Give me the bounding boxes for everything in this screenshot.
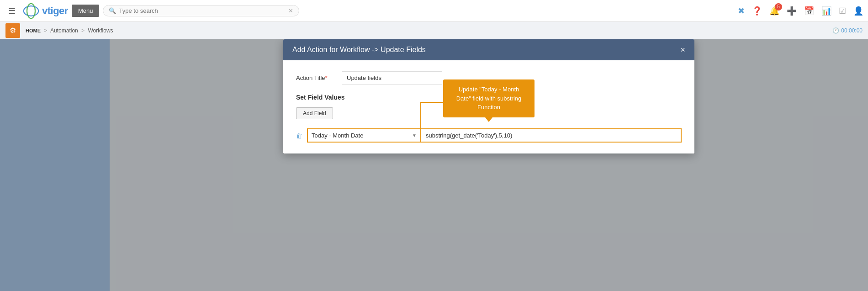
svg-point-0 (24, 6, 38, 16)
menu-button[interactable]: Menu (72, 5, 100, 17)
breadcrumb-home[interactable]: HOME (26, 28, 41, 33)
gear-icon: ⚙ (5, 23, 20, 38)
help-icon[interactable]: ❓ (752, 6, 762, 16)
breadcrumb-automation[interactable]: Automation (50, 27, 78, 34)
modal-body: Action Title* Update "Today - Month Date… (283, 60, 694, 153)
add-icon[interactable]: ➕ (787, 6, 797, 16)
field-row: 🗑 Today - Month Date ▼ (296, 128, 682, 143)
breadcrumb: HOME > Automation > Workflows (26, 27, 113, 34)
user-icon[interactable]: 👤 (853, 6, 863, 16)
search-bar: 🔍 ✕ (103, 5, 299, 16)
search-clear-icon[interactable]: ✕ (288, 7, 293, 14)
main-layout: Add Action for Workflow -> Update Fields… (0, 39, 868, 291)
hamburger-button[interactable]: ☰ (5, 4, 19, 18)
search-input[interactable] (119, 7, 288, 14)
field-select[interactable]: Today - Month Date (308, 129, 408, 142)
modal-overlay: Add Action for Workflow -> Update Fields… (110, 39, 868, 291)
notification-badge: 5 (775, 3, 782, 11)
tooltip-text: Update "Today - Month Date" field with s… (456, 86, 522, 111)
logo-text: vtiger (42, 5, 68, 17)
action-title-label-text: Action Title (296, 74, 325, 81)
chart-icon[interactable]: 📊 (821, 6, 831, 16)
breadcrumb-bar: ⚙ HOME > Automation > Workflows 🕐 00:00:… (0, 22, 868, 39)
field-row-container: 🗑 Today - Month Date ▼ (296, 128, 682, 143)
breadcrumb-sep2: > (81, 27, 85, 34)
nav-icons: ✖ ❓ 🔔 5 ➕ 📅 📊 ☑ 👤 (738, 6, 863, 16)
select-arrow-icon: ▼ (408, 133, 420, 138)
content-area: Add Action for Workflow -> Update Fields… (110, 39, 868, 291)
connector-vertical (420, 102, 421, 129)
calendar-icon[interactable]: 📅 (804, 6, 814, 16)
integration-icon[interactable]: ✖ (738, 6, 745, 16)
action-title-label: Action Title* (296, 74, 342, 81)
modal-title: Add Action for Workflow -> Update Fields (292, 46, 426, 54)
action-title-input[interactable] (342, 71, 442, 85)
tooltip-box: Update "Today - Month Date" field with s… (443, 79, 535, 117)
logo-area: vtiger (23, 3, 68, 19)
breadcrumb-current[interactable]: Workflows (88, 27, 113, 34)
tasks-icon[interactable]: ☑ (839, 6, 846, 16)
notification-icon[interactable]: 🔔 5 (769, 6, 779, 16)
modal: Add Action for Workflow -> Update Fields… (283, 39, 694, 153)
search-icon: 🔍 (109, 7, 116, 14)
clock-icon: 🕐 (832, 27, 839, 34)
top-nav: ☰ vtiger Menu 🔍 ✕ ✖ ❓ 🔔 5 ➕ 📅 📊 ☑ 👤 (0, 0, 868, 22)
timer-value: 00:00:00 (841, 27, 863, 34)
sidebar (0, 39, 110, 291)
delete-field-icon[interactable]: 🗑 (296, 132, 302, 139)
modal-close-button[interactable]: × (680, 46, 685, 54)
timer-area: 🕐 00:00:00 (832, 27, 863, 34)
vtiger-logo-icon (23, 3, 39, 19)
breadcrumb-sep1: > (44, 27, 47, 34)
required-marker: * (325, 74, 328, 81)
field-value-input[interactable] (421, 128, 682, 143)
field-select-wrapper: Today - Month Date ▼ (307, 128, 421, 143)
add-field-button[interactable]: Add Field (296, 107, 333, 119)
modal-header: Add Action for Workflow -> Update Fields… (283, 39, 694, 60)
